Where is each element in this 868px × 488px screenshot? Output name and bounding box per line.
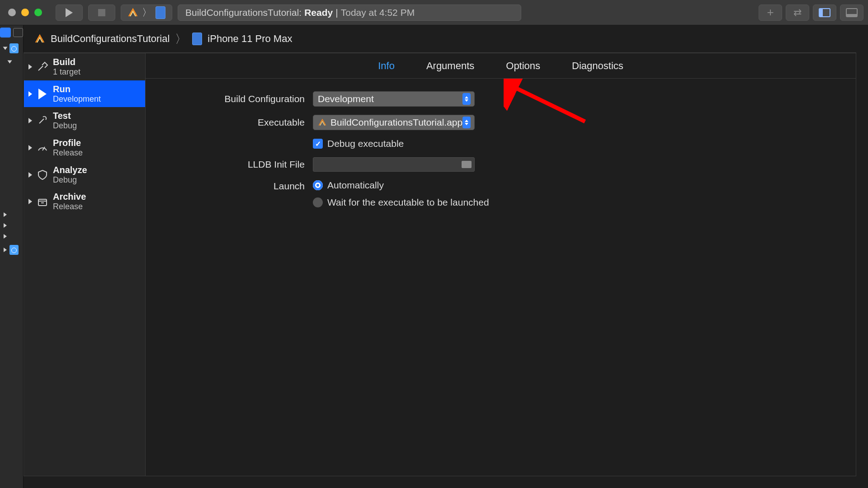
scheme-item-subtitle: Debug bbox=[53, 121, 77, 131]
simulator-icon bbox=[192, 33, 202, 45]
other-navigator-tab[interactable] bbox=[13, 28, 23, 37]
simulator-icon bbox=[156, 6, 165, 19]
nav-row-4[interactable] bbox=[0, 223, 23, 228]
tab-options[interactable]: Options bbox=[506, 60, 540, 72]
build-configuration-value: Development bbox=[318, 94, 374, 104]
tab-diagnostics[interactable]: Diagnostics bbox=[572, 60, 623, 72]
debug-executable-label: Debug executable bbox=[327, 138, 404, 149]
add-button[interactable]: + bbox=[759, 5, 782, 21]
disclosure-triangle-icon bbox=[3, 47, 8, 50]
checkbox-checked-icon bbox=[313, 139, 323, 149]
disclosure-triangle-icon bbox=[28, 91, 32, 97]
scheme-actions-list: Build 1 target Run Development bbox=[24, 53, 146, 476]
radio-off-icon bbox=[313, 197, 323, 207]
scheme-item-title: Analyze bbox=[53, 165, 87, 175]
label-executable: Executable bbox=[164, 117, 313, 128]
activity-status-bar: BuildConfigurationsTutorial: Ready | Tod… bbox=[178, 5, 521, 21]
app-icon bbox=[34, 33, 45, 44]
scheme-editor: Build 1 target Run Development bbox=[24, 52, 856, 476]
navigator-rail bbox=[0, 25, 24, 488]
radio-on-icon bbox=[313, 180, 323, 190]
nav-row-2[interactable] bbox=[0, 60, 23, 64]
scheme-item-archive[interactable]: Archive Release bbox=[24, 188, 145, 215]
launch-automatically-radio[interactable]: Automatically bbox=[313, 180, 838, 191]
detail-tabs: Info Arguments Options Diagnostics bbox=[146, 53, 856, 79]
breadcrumb-project[interactable]: BuildConfigurationsTutorial bbox=[51, 33, 170, 45]
tab-arguments[interactable]: Arguments bbox=[426, 60, 474, 72]
disclosure-triangle-icon bbox=[8, 61, 12, 64]
breadcrumb-device[interactable]: iPhone 11 Pro Max bbox=[208, 33, 292, 45]
minimize-window-dot[interactable] bbox=[21, 9, 29, 16]
hammer-icon bbox=[37, 61, 48, 72]
lldb-init-field[interactable] bbox=[313, 157, 475, 172]
launch-auto-label: Automatically bbox=[327, 180, 384, 191]
scheme-item-run[interactable]: Run Development bbox=[24, 80, 145, 108]
app-icon bbox=[127, 7, 138, 18]
disclosure-triangle-icon bbox=[28, 199, 32, 204]
toggle-bottom-panel-button[interactable] bbox=[840, 5, 863, 21]
scheme-item-title: Run bbox=[53, 84, 101, 94]
scheme-item-build[interactable]: Build 1 target bbox=[24, 53, 145, 80]
scheme-item-subtitle: Release bbox=[53, 148, 83, 158]
disclosure-triangle-icon bbox=[4, 212, 7, 217]
panel-left-icon bbox=[819, 8, 830, 17]
debug-executable-checkbox[interactable]: Debug executable bbox=[313, 138, 476, 149]
toggle-left-panel-button[interactable] bbox=[813, 5, 836, 21]
scheme-item-title: Build bbox=[53, 57, 80, 67]
folder-icon bbox=[462, 161, 472, 168]
status-time: Today at 4:52 PM bbox=[341, 7, 415, 18]
disclosure-triangle-icon bbox=[28, 64, 32, 70]
chevron-right-icon: 〉 bbox=[142, 6, 152, 19]
executable-value: BuildConfigurationsTutorial.app bbox=[330, 117, 462, 128]
scheme-item-subtitle: Development bbox=[53, 94, 101, 104]
scheme-item-subtitle: 1 target bbox=[53, 67, 80, 77]
build-configuration-select[interactable]: Development bbox=[313, 91, 475, 107]
archive-box-icon bbox=[37, 196, 48, 207]
disclosure-triangle-icon bbox=[4, 234, 7, 239]
tab-info[interactable]: Info bbox=[378, 60, 395, 72]
svg-rect-1 bbox=[819, 9, 823, 17]
shield-icon bbox=[37, 169, 48, 180]
scheme-selector[interactable]: 〉 bbox=[121, 5, 172, 21]
play-icon bbox=[37, 89, 48, 99]
disclosure-triangle-icon bbox=[4, 223, 7, 228]
stop-icon bbox=[98, 9, 105, 16]
panel-bottom-icon bbox=[846, 8, 858, 17]
scheme-item-analyze[interactable]: Analyze Debug bbox=[24, 161, 145, 188]
app-icon bbox=[318, 118, 327, 127]
updown-stepper-icon bbox=[462, 117, 471, 128]
code-review-button[interactable]: ⇄ bbox=[786, 5, 809, 21]
toolbar: 〉 BuildConfigurationsTutorial: Ready | T… bbox=[0, 0, 868, 25]
nav-row-5[interactable] bbox=[0, 234, 23, 239]
scheme-item-profile[interactable]: Profile Release bbox=[24, 134, 145, 161]
scheme-item-title: Profile bbox=[53, 138, 83, 148]
label-launch: Launch bbox=[164, 180, 313, 192]
play-icon bbox=[66, 8, 73, 17]
nav-row-1[interactable] bbox=[0, 43, 23, 53]
scheme-item-subtitle: Release bbox=[53, 202, 86, 211]
body: BuildConfigurationsTutorial 〉 iPhone 11 … bbox=[0, 25, 868, 488]
scheme-item-title: Test bbox=[53, 111, 77, 121]
project-file-icon bbox=[9, 43, 19, 53]
label-lldb-init: LLDB Init File bbox=[164, 159, 313, 170]
scheme-item-test[interactable]: Test Debug bbox=[24, 107, 145, 134]
main-area: BuildConfigurationsTutorial 〉 iPhone 11 … bbox=[24, 25, 868, 488]
stop-button[interactable] bbox=[88, 5, 115, 21]
zoom-window-dot[interactable] bbox=[34, 9, 42, 16]
status-project: BuildConfigurationsTutorial: bbox=[185, 7, 302, 18]
gauge-icon bbox=[37, 142, 48, 153]
nav-row-6[interactable] bbox=[0, 245, 23, 255]
run-button[interactable] bbox=[56, 5, 83, 21]
disclosure-triangle-icon bbox=[28, 172, 32, 178]
close-window-dot[interactable] bbox=[8, 9, 16, 16]
updown-stepper-icon bbox=[462, 93, 471, 105]
status-ready: Ready bbox=[304, 7, 333, 18]
svg-rect-3 bbox=[846, 14, 857, 17]
project-navigator-tab[interactable] bbox=[0, 28, 10, 37]
wrench-icon bbox=[37, 115, 48, 126]
navigator-tabs bbox=[0, 28, 23, 37]
executable-select[interactable]: BuildConfigurationsTutorial.app bbox=[313, 115, 475, 130]
nav-row-3[interactable] bbox=[0, 212, 23, 217]
plus-icon: + bbox=[767, 5, 774, 19]
launch-wait-radio[interactable]: Wait for the executable to be launched bbox=[313, 197, 838, 208]
